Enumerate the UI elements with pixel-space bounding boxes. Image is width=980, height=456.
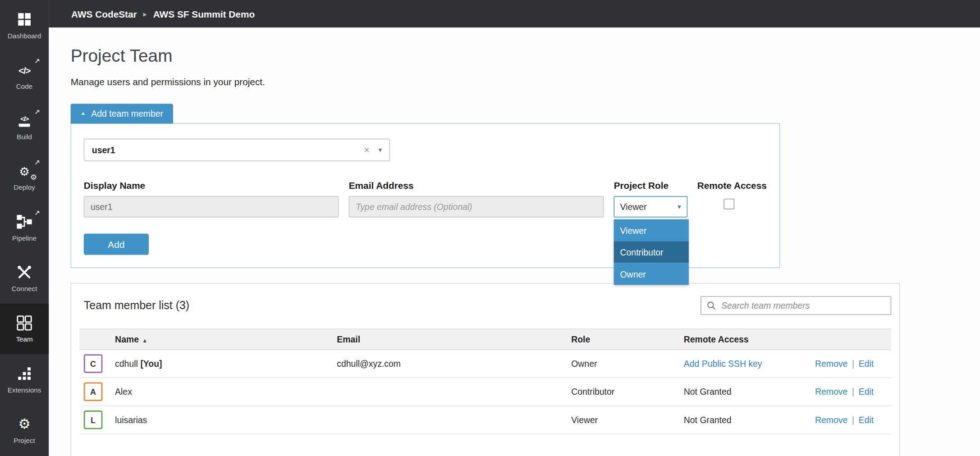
sidebar-item-connect[interactable]: Connect [0, 253, 49, 304]
member-name-cell: cdhull[You] [114, 359, 335, 369]
deploy-icon: ⚙ ⚙ ↗ [16, 163, 32, 179]
sidebar-item-dashboard[interactable]: Dashboard [0, 0, 49, 50]
remove-link[interactable]: Remove [815, 387, 847, 397]
build-icon: </> ↗ [16, 113, 32, 129]
search-input[interactable] [720, 300, 885, 311]
search-team-members-box [701, 296, 891, 315]
app-window: Dashboard </> ↗ Code </> ↗ Build ⚙ ⚙ [0, 0, 980, 456]
breadcrumb-arrow-icon: ▸ [143, 9, 147, 18]
breadcrumb-project[interactable]: AWS SF Summit Demo [153, 9, 255, 19]
avatar: C [84, 354, 103, 373]
team-icon [16, 315, 32, 331]
remote-access-checkbox[interactable] [724, 199, 734, 210]
project-role-label: Project Role [614, 180, 687, 191]
sidebar-item-extensions[interactable]: Extensions [0, 354, 49, 405]
member-role-cell: Viewer [570, 415, 682, 425]
project-role-value: Viewer [620, 202, 647, 212]
role-option-viewer[interactable]: Viewer [614, 219, 689, 242]
add-button[interactable]: Add [84, 234, 149, 255]
chevron-down-icon: ▾ [378, 146, 382, 154]
role-option-owner[interactable]: Owner [614, 263, 689, 285]
role-option-contributor[interactable]: Contributor [614, 241, 689, 263]
main-content: Project Team Manage users and permission… [49, 27, 980, 456]
remote-access-status: Not Granted [682, 415, 814, 425]
page-subtitle: Manage users and permissions in your pro… [71, 76, 980, 87]
sidebar-item-build[interactable]: </> ↗ Build [0, 101, 49, 152]
edit-link[interactable]: Edit [859, 387, 874, 397]
email-column-header: Email [336, 334, 570, 344]
chevron-down-icon: ▾ [678, 203, 681, 211]
external-link-icon: ↗ [34, 210, 40, 217]
member-email-cell: cdhull@xyz.com [336, 359, 570, 369]
team-member-table: Name▲ Email Role Remote Access C cdhull[… [79, 328, 891, 434]
external-link-icon: ↗ [34, 160, 40, 166]
avatar: A [84, 383, 103, 401]
remote-access-column-header: Remote Access [682, 334, 814, 344]
email-address-label: Email Address [349, 180, 604, 191]
add-team-member-tab[interactable]: ▲ Add team member [71, 104, 174, 123]
project-role-dropdown: Viewer Contributor Owner [614, 219, 689, 285]
member-name-cell: luisarias [114, 415, 335, 425]
sort-asc-icon: ▲ [142, 337, 147, 344]
remote-access-label: Remote Access [697, 180, 767, 191]
table-row: A Alex Contributor Not Granted Remove|Ed… [79, 378, 891, 406]
topbar-breadcrumb: AWS CodeStar ▸ AWS SF Summit Demo [49, 0, 980, 27]
tools-icon [16, 264, 32, 280]
remove-link[interactable]: Remove [815, 415, 847, 425]
sidebar-item-pipeline[interactable]: ↗ Pipeline [0, 202, 49, 253]
sidebar-item-label: Build [17, 133, 32, 141]
email-address-field[interactable] [349, 196, 604, 217]
table-row: C cdhull[You] cdhull@xyz.com Owner Add P… [79, 350, 891, 378]
display-name-label: Display Name [84, 180, 339, 191]
collapse-caret-icon: ▲ [81, 111, 86, 116]
table-header-row: Name▲ Email Role Remote Access [79, 328, 891, 350]
role-column-header: Role [570, 334, 682, 344]
member-name-cell: Alex [114, 387, 335, 397]
row-actions: Remove|Edit [814, 415, 891, 425]
team-list-title: Team member list (3) [84, 299, 189, 312]
sidebar-item-label: Extensions [8, 386, 41, 394]
edit-link[interactable]: Edit [859, 359, 874, 369]
sidebar-item-team[interactable]: Team [0, 304, 49, 354]
extensions-icon [16, 365, 32, 382]
sidebar-item-label: Connect [12, 285, 37, 292]
add-team-member-panel: user1 × ▾ Display Name Email Address Pro… [71, 123, 780, 268]
external-link-icon: ↗ [34, 109, 40, 115]
gear-icon: ⚙ [16, 416, 32, 432]
add-team-member-tab-label: Add team member [91, 109, 163, 119]
search-icon [707, 301, 715, 310]
sidebar-item-project[interactable]: ⚙ Project [0, 405, 49, 455]
display-name-field [84, 196, 339, 217]
member-role-cell: Owner [570, 359, 682, 369]
sidebar-item-label: Dashboard [8, 32, 41, 40]
remove-link[interactable]: Remove [815, 359, 847, 369]
team-member-list-card: Team member list (3) Name▲ Email Role [71, 283, 900, 456]
add-ssh-key-link[interactable]: Add Public SSH key [684, 359, 762, 369]
code-icon: </> ↗ [16, 62, 32, 78]
row-actions: Remove|Edit [814, 387, 891, 397]
sidebar-item-deploy[interactable]: ⚙ ⚙ ↗ Deploy [0, 152, 49, 202]
sidebar-item-label: Code [16, 82, 32, 90]
clear-icon[interactable]: × [364, 144, 370, 155]
page-title: Project Team [71, 46, 980, 66]
sidebar-item-label: Pipeline [12, 234, 37, 242]
sidebar-item-code[interactable]: </> ↗ Code [0, 50, 49, 101]
dashboard-icon [16, 11, 32, 27]
avatar: L [84, 410, 103, 429]
name-column-header[interactable]: Name▲ [114, 334, 335, 344]
project-role-select[interactable]: Viewer ▾ [614, 196, 687, 217]
sidebar: Dashboard </> ↗ Code </> ↗ Build ⚙ ⚙ [0, 0, 49, 456]
user-select-value: user1 [92, 145, 364, 155]
member-role-cell: Contributor [570, 387, 682, 397]
external-link-icon: ↗ [34, 58, 40, 65]
edit-link[interactable]: Edit [859, 415, 874, 425]
pipeline-icon: ↗ [16, 214, 32, 230]
breadcrumb-app[interactable]: AWS CodeStar [71, 9, 137, 19]
table-row: L luisarias Viewer Not Granted Remove|Ed… [79, 406, 891, 434]
sidebar-item-label: Project [14, 437, 35, 444]
row-actions: Remove|Edit [814, 359, 891, 369]
sidebar-item-label: Deploy [14, 184, 35, 192]
remote-access-status: Not Granted [682, 387, 814, 397]
sidebar-item-label: Team [16, 336, 32, 343]
user-select-combobox[interactable]: user1 × ▾ [84, 139, 390, 161]
